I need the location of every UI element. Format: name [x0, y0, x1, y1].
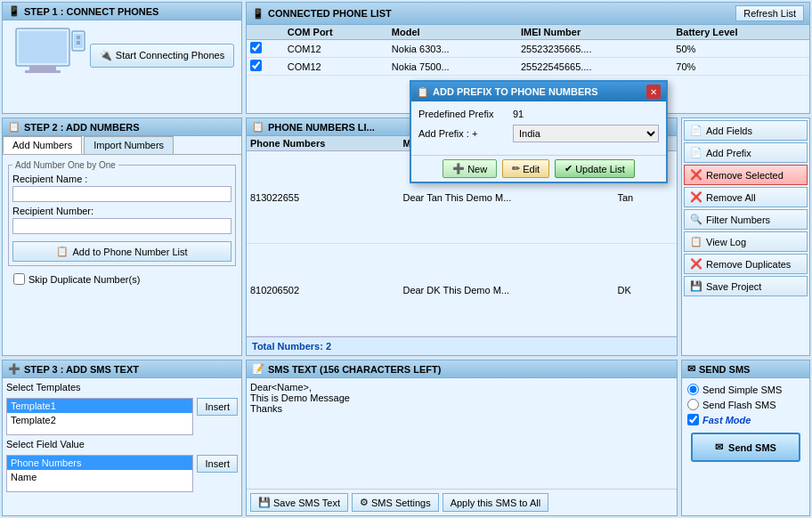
templates-row: Template1Template2 Insert: [6, 398, 238, 435]
flash-sms-row: Send Flash SMS: [687, 399, 804, 410]
list-item[interactable]: Template1: [7, 399, 192, 413]
step1-title: STEP 1 : CONNECT PHONES: [24, 6, 158, 17]
add-one-by-one-fieldset: Add Number One by One Recipient Name : R…: [8, 160, 236, 266]
add-to-phone-list-button[interactable]: 📋 Add to Phone Number List: [12, 241, 231, 262]
field-list[interactable]: Phone NumbersName: [6, 455, 193, 492]
dialog-close-button[interactable]: ✕: [646, 85, 661, 99]
send-icon: ✉: [687, 363, 695, 375]
connect-icon: 🔌: [100, 50, 112, 61]
row-checkbox[interactable]: [250, 42, 262, 53]
sms-settings-button[interactable]: ⚙ SMS Settings: [352, 493, 439, 512]
dialog-title: 📋 ADD PREFIX TO PHONE NUMBERS ✕: [411, 82, 666, 101]
log-icon: 📋: [690, 236, 702, 247]
predefined-row: Predefined Prefix 91: [418, 109, 659, 119]
save-sms-icon: 💾: [258, 497, 271, 508]
recipient-number-input[interactable]: [12, 218, 231, 234]
computer-illustration: [10, 24, 90, 86]
add-fields-button[interactable]: 📄 Add Fields: [684, 120, 808, 141]
step1-header: 📱 STEP 1 : CONNECT PHONES: [3, 3, 241, 20]
send-sms-btn-label: Send SMS: [728, 442, 776, 453]
send-sms-button[interactable]: ✉ Send SMS: [691, 433, 800, 462]
remove-all-button[interactable]: ❌ Remove All: [684, 187, 808, 207]
svg-rect-6: [77, 36, 80, 39]
skip-duplicate-checkbox[interactable]: [13, 273, 25, 285]
sms-footer: 💾 Save SMS Text ⚙ SMS Settings Apply thi…: [247, 489, 677, 515]
send-header: ✉ SEND SMS: [682, 360, 809, 378]
dialog-update-button[interactable]: ✔ Update List: [555, 159, 635, 178]
view-log-button[interactable]: 📋 View Log: [684, 231, 808, 252]
refresh-list-button[interactable]: Refresh List: [735, 5, 804, 21]
list-item[interactable]: Template2: [7, 413, 192, 427]
sms-title: SMS TEXT (156 CHARACTERS LEFT): [268, 364, 441, 375]
row-checkbox[interactable]: [250, 60, 262, 71]
sms-content: [247, 378, 677, 489]
send-title: SEND SMS: [699, 364, 750, 375]
apply-sms-button[interactable]: Apply this SMS to All: [443, 493, 549, 512]
table-row: COM12 Nokia 7500... 25522545665.... 70%: [247, 58, 809, 76]
step1-panel: 📱 STEP 1 : CONNECT PHONES: [2, 2, 242, 114]
step3-icon: ➕: [8, 363, 20, 375]
tab-add-numbers[interactable]: Add Numbers: [3, 136, 82, 154]
sms-header: 📝 SMS TEXT (156 CHARACTERS LEFT): [247, 360, 677, 378]
remove-duplicates-button[interactable]: ❌ Remove Duplicates: [684, 254, 808, 274]
svg-rect-3: [25, 70, 61, 73]
simple-sms-radio[interactable]: [687, 384, 699, 395]
list-item[interactable]: Name: [7, 470, 192, 484]
step2-panel: 📋 STEP 2 : ADD NUMBERS Add Numbers Impor…: [2, 117, 242, 356]
template-list[interactable]: Template1Template2: [6, 398, 193, 435]
send-content: Send Simple SMS Send Flash SMS Fast Mode…: [682, 378, 809, 515]
sms-textarea[interactable]: [250, 382, 673, 435]
col-model: Model: [388, 25, 517, 40]
add-prefix-dialog: 📋 ADD PREFIX TO PHONE NUMBERS ✕ Predefin…: [410, 80, 668, 183]
row-model: Nokia 6303...: [388, 40, 517, 58]
predefined-label: Predefined Prefix: [418, 109, 508, 119]
dialog-edit-button[interactable]: ✏ Edit: [502, 159, 549, 178]
skip-duplicate-label: Skip Duplicate Number(s): [28, 274, 140, 285]
save-project-button[interactable]: 💾 Save Project: [684, 276, 808, 296]
dialog-title-text: ADD PREFIX TO PHONE NUMBERS: [433, 86, 598, 97]
settings-icon: ⚙: [360, 497, 369, 508]
step1-content: 🔌 Start Connecting Phones: [3, 20, 241, 90]
remove-selected-button[interactable]: ❌ Remove Selected: [684, 165, 808, 185]
step3-header: ➕ STEP 3 : ADD SMS TEXT: [3, 360, 241, 378]
tab-import-numbers[interactable]: Import Numbers: [84, 136, 174, 154]
filter-icon: 🔍: [690, 214, 702, 225]
sms-text-panel: 📝 SMS TEXT (156 CHARACTERS LEFT) 💾 Save …: [246, 360, 678, 516]
edit-icon: ✏: [512, 163, 520, 174]
save-sms-button[interactable]: 💾 Save SMS Text: [250, 493, 348, 512]
predefined-value: 91: [513, 109, 524, 119]
row-imei: 25522545665....: [517, 58, 672, 76]
row-model: Nokia 7500...: [388, 58, 517, 76]
insert-field-button[interactable]: Insert: [197, 455, 238, 473]
start-connecting-button[interactable]: 🔌 Start Connecting Phones: [90, 44, 234, 68]
add-prefix-icon: 📄: [690, 147, 702, 158]
simple-sms-row: Send Simple SMS: [687, 384, 804, 395]
row-port: COM12: [284, 40, 388, 58]
dialog-new-button[interactable]: ➕ New: [443, 159, 497, 178]
fast-mode-row: Fast Mode: [687, 414, 804, 425]
remove-dup-icon: ❌: [690, 258, 702, 270]
list-item[interactable]: Phone Numbers: [7, 456, 192, 470]
add-prefix-button[interactable]: 📄 Add Prefix ▶: [684, 142, 808, 163]
row-battery: 70%: [672, 58, 809, 76]
filter-numbers-button[interactable]: 🔍 Filter Numbers: [684, 209, 808, 230]
row-preview: Dear DK This Demo M...: [399, 244, 613, 336]
save-icon: 💾: [690, 280, 702, 292]
dialog-footer: ➕ New ✏ Edit ✔ Update List: [411, 155, 666, 182]
row-battery: 50%: [672, 40, 809, 58]
row-number: 813022655: [247, 151, 399, 244]
col-imei: IMEI Number: [517, 25, 672, 40]
svg-rect-1: [19, 31, 67, 63]
insert-template-button[interactable]: Insert: [197, 398, 238, 416]
row-name: DK: [614, 244, 678, 336]
send-sms-btn-icon: ✉: [715, 441, 723, 453]
col-phone-numbers: Phone Numbers: [247, 136, 399, 151]
select-field-label: Select Field Value: [6, 439, 238, 449]
col-checkbox: [247, 25, 284, 40]
flash-sms-radio[interactable]: [687, 399, 699, 410]
add-icon: 📋: [56, 246, 69, 257]
recipient-name-input[interactable]: [12, 186, 231, 202]
prefix-select[interactable]: India USA UK: [513, 125, 659, 142]
row-port: COM12: [284, 58, 388, 76]
fast-mode-checkbox[interactable]: [687, 414, 699, 425]
